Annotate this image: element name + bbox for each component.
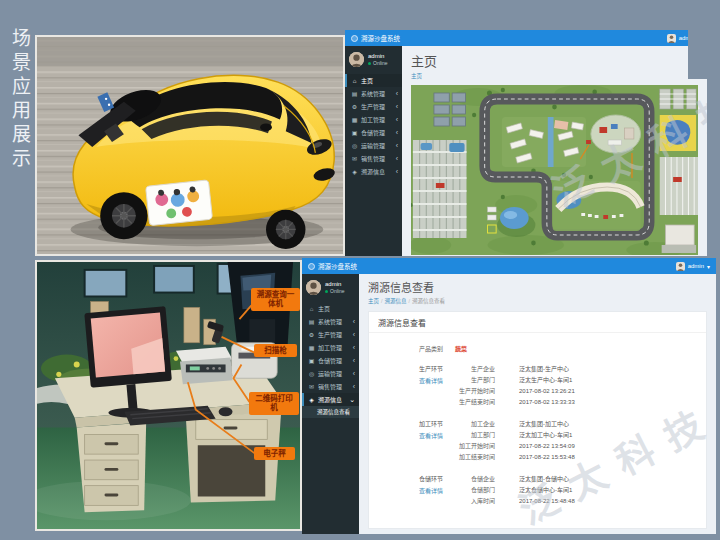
menu-item-icon: ▣ <box>351 129 358 136</box>
sidebar-menu-item[interactable]: ⌂ 主页 <box>345 74 402 87</box>
panel-title: 溯源信息查看 <box>369 312 706 333</box>
menu-item-label: 运输管理 <box>361 141 385 150</box>
menu-item-label: 仓储管理 <box>361 128 385 137</box>
header-user-menu[interactable]: admin ▾ <box>676 262 710 271</box>
field-value: 2017-08-22 15:53:48 <box>519 452 575 463</box>
label-printer: 二维码打印机 <box>249 392 299 415</box>
menu-item-label: 溯源信息 <box>318 395 342 404</box>
header-avatar <box>676 262 685 271</box>
menu-item-icon: ▦ <box>308 344 315 351</box>
sidebar-menu-item[interactable]: ✉ 销售管理 ‹ <box>302 380 359 393</box>
field-value: 泛太集团-加工中心 <box>519 419 569 430</box>
field-row: 生产结束时间 2017-08-02 13:33:33 <box>443 397 700 408</box>
menu-item-icon: ◎ <box>308 370 315 377</box>
sidebar-menu-item[interactable]: ◎ 运输管理 ‹ <box>345 139 402 152</box>
sidebar-menu-item[interactable]: ◎ 运输管理 ‹ <box>302 367 359 380</box>
sidebar-menu-item[interactable]: ◈ 溯源信息 ‹ <box>345 165 402 178</box>
sidebar-menu-item[interactable]: ✉ 销售管理 ‹ <box>345 152 402 165</box>
app-window-trace-info: 溯源沙盘系统 admin ▾ admin <box>302 258 716 534</box>
stage-name: 加工环节 <box>375 419 443 428</box>
menu-item-icon: ▦ <box>351 116 358 123</box>
header-user-name: admin <box>688 263 704 269</box>
sidebar-menu: ⌂ 主页 ▤ 系统管理 ‹ ⚙ 生产管理 <box>302 302 359 406</box>
menu-item-label: 加工管理 <box>361 115 385 124</box>
breadcrumb: 主页 <box>411 72 698 80</box>
main-content: 溯源信息查看 主页/溯源信息/溯源信息查看 溯源信息查看 产品类别 蔬菜 <box>359 274 716 534</box>
menu-item-icon: ✉ <box>308 383 315 390</box>
sidebar-menu-item[interactable]: ⌂ 主页 <box>302 302 359 315</box>
field-row: 生产企业 泛太集团-生产中心 <box>443 364 700 375</box>
brand[interactable]: 溯源沙盘系统 <box>351 33 400 43</box>
menu-item-icon: ◎ <box>351 142 358 149</box>
chevron-down-icon: ▾ <box>707 263 710 270</box>
trace-section: 仓储环节 查看详情 仓储企业 泛太集团-仓储中心 <box>375 474 700 507</box>
view-detail-link[interactable]: 查看详情 <box>375 431 443 440</box>
field-label: 加工部门 <box>443 430 495 441</box>
header-avatar <box>667 34 676 43</box>
breadcrumb-trace[interactable]: 溯源信息 <box>385 298 407 304</box>
label-kiosk: 溯源查询一体机 <box>251 288 300 311</box>
view-detail-link[interactable]: 查看详情 <box>375 486 443 495</box>
field-row: 加工部门 泛太加工中心-车间1 <box>443 430 700 441</box>
view-detail-link[interactable]: 查看详情 <box>375 376 443 385</box>
brand[interactable]: 溯源沙盘系统 <box>308 261 357 271</box>
field-value: 泛太集团-生产中心 <box>519 364 569 375</box>
brand-logo-icon <box>308 263 315 270</box>
field-label: 生产结束时间 <box>443 397 495 408</box>
field-value: 泛太加工中心-车间1 <box>519 430 572 441</box>
page-title: 溯源信息查看 <box>368 279 707 295</box>
cartoon-sticker <box>146 180 213 226</box>
sidebar-user-status: Online <box>368 60 387 66</box>
caret-left-icon: ‹ <box>396 90 398 97</box>
sidebar-menu-item[interactable]: ▤ 系统管理 ‹ <box>345 87 402 100</box>
sidebar-menu-item[interactable]: ▤ 系统管理 ‹ <box>302 315 359 328</box>
menu-item-icon: ⚙ <box>351 103 358 110</box>
menu-item-label: 生产管理 <box>318 330 342 339</box>
field-label: 加工开始时间 <box>443 441 495 452</box>
sidebar-user-name: admin <box>368 53 387 59</box>
sidebar-menu-item[interactable]: ▣ 仓储管理 ‹ <box>302 354 359 367</box>
caret-left-icon: ‹ <box>396 103 398 110</box>
field-label: 生产企业 <box>443 364 495 375</box>
sidebar-submenu-trace-view[interactable]: 溯源信息查看 <box>302 406 359 418</box>
menu-item-icon: ◈ <box>308 396 315 403</box>
menu-item-label: 系统管理 <box>318 317 342 326</box>
menu-item-icon: ⌂ <box>351 78 358 84</box>
menu-item-label: 主页 <box>318 304 330 313</box>
caret-left-icon: ‹ <box>396 168 398 175</box>
sidebar-menu-item[interactable]: ⚙ 生产管理 ‹ <box>345 100 402 113</box>
menu-item-label: 销售管理 <box>318 382 342 391</box>
mouse <box>219 407 233 416</box>
field-row: 仓储企业 泛太集团-仓储中心 <box>443 474 700 485</box>
sidebar: admin Online ⌂ 主页 <box>302 274 359 534</box>
trace-section: 生产环节 查看详情 生产企业 泛太集团-生产中心 <box>375 364 700 408</box>
caret-left-icon: ‹ <box>353 357 355 364</box>
scale-device <box>176 347 233 384</box>
menu-item-icon: ◈ <box>351 168 358 175</box>
slide-background-corner <box>688 30 720 79</box>
sidebar-menu-item[interactable]: ▦ 加工管理 ‹ <box>345 113 402 126</box>
user-avatar <box>306 280 321 295</box>
trace-section: 加工环节 查看详情 加工企业 泛太集团-加工中心 <box>375 419 700 463</box>
menu-item-label: 运输管理 <box>318 369 342 378</box>
breadcrumb-home[interactable]: 主页 <box>411 73 422 79</box>
caret-left-icon: ‹ <box>353 344 355 351</box>
slide-vertical-title: 场景应用展示 <box>6 28 33 172</box>
sidebar-menu-item[interactable]: ▦ 加工管理 ‹ <box>302 341 359 354</box>
caret-left-icon: ‹ <box>396 142 398 149</box>
caret-left-icon: ‹ <box>353 331 355 338</box>
field-row: 加工企业 泛太集团-加工中心 <box>443 419 700 430</box>
caret-left-icon: ‹ <box>396 129 398 136</box>
sidebar-menu-item[interactable]: ◈ 溯源信息 ⌄ <box>302 393 359 406</box>
field-value: 泛太集团-仓储中心 <box>519 474 569 485</box>
menu-item-label: 加工管理 <box>318 343 342 352</box>
product-category-value: 蔬菜 <box>455 344 467 353</box>
field-label: 生产开始时间 <box>443 386 495 397</box>
sidebar-menu-item[interactable]: ▣ 仓储管理 ‹ <box>345 126 402 139</box>
sidebar-menu-item[interactable]: ⚙ 生产管理 ‹ <box>302 328 359 341</box>
sidebar-menu: ⌂ 主页 ▤ 系统管理 ‹ ⚙ 生产管理 <box>345 74 402 178</box>
breadcrumb-home[interactable]: 主页 <box>368 298 379 304</box>
caret-left-icon: ‹ <box>396 155 398 162</box>
sidebar-user-status: Online <box>325 288 344 294</box>
caret-left-icon: ‹ <box>396 116 398 123</box>
